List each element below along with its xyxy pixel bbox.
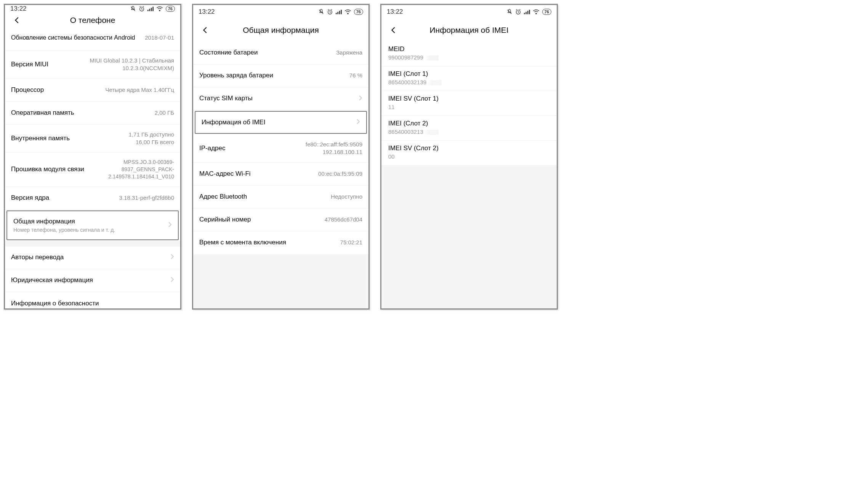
row-label: MEID	[388, 45, 550, 53]
section-divider	[5, 241, 180, 246]
status-bar: 13:22 76	[193, 5, 368, 19]
row-battery-level[interactable]: Уровень заряда батареи 76 %	[193, 64, 368, 87]
row-label: MAC-адрес Wi-Fi	[199, 170, 318, 178]
signal-icon	[147, 6, 154, 11]
row-mac-address[interactable]: MAC-адрес Wi-Fi 00:ec:0a:f5:95:09	[193, 163, 368, 186]
svg-rect-10	[341, 10, 342, 14]
row-label: Внутренняя память	[11, 134, 129, 143]
alarm-icon	[327, 9, 333, 15]
battery-icon: 76	[166, 6, 175, 12]
mute-icon	[318, 9, 324, 15]
svg-rect-1	[147, 10, 149, 11]
row-miui-version[interactable]: Версия MIUI MIUI Global 10.2.3 | Стабиль…	[5, 51, 180, 79]
status-icons: 76	[506, 9, 551, 15]
page-title: Информация об IMEI	[381, 26, 557, 35]
row-imei-info-highlighted[interactable]: Информация об IMEI	[195, 111, 367, 134]
battery-icon: 76	[542, 9, 551, 15]
svg-rect-14	[525, 12, 527, 14]
back-button[interactable]	[198, 22, 213, 38]
row-label: Юридическая информация	[11, 276, 167, 284]
header: Информация об IMEI	[381, 19, 557, 42]
row-value: MIUI Global 10.2.3 | Стабильная 10.2.3.0…	[90, 57, 174, 72]
chevron-right-icon	[170, 254, 174, 261]
row-imei-slot1[interactable]: IMEI (Слот 1) 865400032139	[381, 66, 557, 91]
row-label: IP-адрес	[199, 144, 306, 152]
status-bar: 13:22 76	[381, 5, 557, 19]
svg-rect-4	[152, 7, 154, 11]
row-value: 00	[388, 153, 550, 160]
row-imeisv-slot1[interactable]: IMEI SV (Слот 1) 11	[381, 91, 557, 116]
signal-icon	[524, 9, 530, 14]
row-imeisv-slot2[interactable]: IMEI SV (Слот 2) 00	[381, 141, 557, 165]
svg-rect-7	[336, 13, 337, 14]
row-value: 00:ec:0a:f5:95:09	[318, 170, 362, 178]
row-label: Версия MIUI	[11, 60, 90, 69]
status-bar: 13:22 76	[5, 5, 180, 13]
row-value: fe80::2ec:aff:fef5:9509 192.168.100.11	[306, 141, 362, 156]
wifi-icon	[156, 6, 163, 11]
row-value: MPSS.JO.3.0-00369-8937_GENNS_PACK-2.1495…	[86, 159, 174, 180]
row-storage[interactable]: Внутренняя память 1,71 ГБ доступно 16,00…	[5, 125, 180, 153]
row-ip-address[interactable]: IP-адрес fe80::2ec:aff:fef5:9509 192.168…	[193, 135, 368, 163]
empty-area	[381, 165, 557, 308]
row-legal[interactable]: Юридическая информация	[5, 269, 180, 292]
row-label: Информация о безопасности	[11, 299, 174, 308]
svg-rect-8	[337, 12, 338, 14]
row-value: Четыре ядра Max 1.40ГГц	[105, 86, 174, 94]
status-icons: 76	[318, 9, 363, 15]
row-label: Адрес Bluetooth	[199, 193, 331, 201]
phone-screenshot-3: 13:22 76 Информация об IMEI MEID 9900098…	[380, 4, 558, 310]
status-icons: 76	[130, 6, 175, 12]
row-battery-status[interactable]: Состояние батареи Заряжена	[193, 42, 368, 64]
alarm-icon	[139, 6, 145, 12]
row-uptime[interactable]: Время с момента включения 75:02:21	[193, 231, 368, 254]
row-label: IMEI SV (Слот 1)	[388, 95, 550, 103]
row-value: 865400032139	[388, 79, 550, 85]
row-label: Прошивка модуля связи	[11, 165, 86, 173]
row-value: 86540003213	[388, 128, 550, 135]
header: О телефоне	[5, 13, 180, 28]
row-safety[interactable]: Информация о безопасности	[5, 292, 180, 310]
settings-list: Обновление системы безопасности Android …	[5, 28, 180, 310]
row-value: 75:02:21	[340, 239, 362, 246]
row-value: 76 %	[349, 72, 362, 79]
chevron-right-icon	[359, 95, 362, 103]
row-label: Время с момента включения	[199, 238, 340, 247]
alarm-icon	[515, 9, 521, 15]
row-bluetooth-address[interactable]: Адрес Bluetooth Недоступно	[193, 186, 368, 209]
imei-list: MEID 99000987299 IMEI (Слот 1) 865400032…	[381, 42, 557, 165]
row-ram[interactable]: Оперативная память 2,00 ГБ	[5, 102, 180, 125]
row-value: 2,00 ГБ	[155, 109, 174, 117]
row-translators[interactable]: Авторы перевода	[5, 246, 180, 269]
chevron-right-icon	[170, 276, 174, 284]
wifi-icon	[344, 9, 351, 14]
back-button[interactable]	[386, 22, 401, 38]
svg-rect-9	[339, 11, 340, 14]
phone-screenshot-2: 13:22 76 Общая информация Состояние бата…	[192, 4, 370, 310]
redacted-mask	[423, 55, 439, 61]
row-label: Общая информация	[13, 217, 164, 226]
row-value: 3.18.31-perf-gf2fd6b0	[119, 194, 174, 202]
row-security-update[interactable]: Обновление системы безопасности Android …	[5, 28, 180, 51]
row-value: 99000987299	[388, 54, 550, 61]
phone-screenshot-1: 13:22 76 О телефоне Обновление системы б…	[4, 4, 181, 310]
row-imei-slot2[interactable]: IMEI (Слот 2) 86540003213	[381, 116, 557, 141]
row-label: Оперативная память	[11, 109, 155, 117]
back-button[interactable]	[10, 13, 25, 28]
mute-icon	[506, 9, 512, 15]
row-sim-status[interactable]: Статус SIM карты	[193, 87, 368, 110]
svg-rect-3	[151, 8, 152, 11]
row-status-highlighted[interactable]: Общая информация Номер телефона, уровень…	[6, 210, 179, 240]
status-time: 13:22	[387, 8, 403, 16]
svg-point-5	[159, 10, 160, 11]
row-meid[interactable]: MEID 99000987299	[381, 42, 557, 66]
redacted-mask	[423, 130, 439, 135]
row-cpu[interactable]: Процессор Четыре ядра Max 1.40ГГц	[5, 79, 180, 102]
chevron-right-icon	[356, 119, 360, 126]
row-baseband[interactable]: Прошивка модуля связи MPSS.JO.3.0-00369-…	[5, 152, 180, 187]
row-serial-number[interactable]: Серийный номер 47856dc67d04	[193, 209, 368, 231]
row-value: 2018-07-01	[145, 34, 174, 42]
row-label: Информация об IMEI	[202, 118, 352, 127]
row-kernel[interactable]: Версия ядра 3.18.31-perf-gf2fd6b0	[5, 187, 180, 210]
row-label: Авторы перевода	[11, 253, 167, 262]
